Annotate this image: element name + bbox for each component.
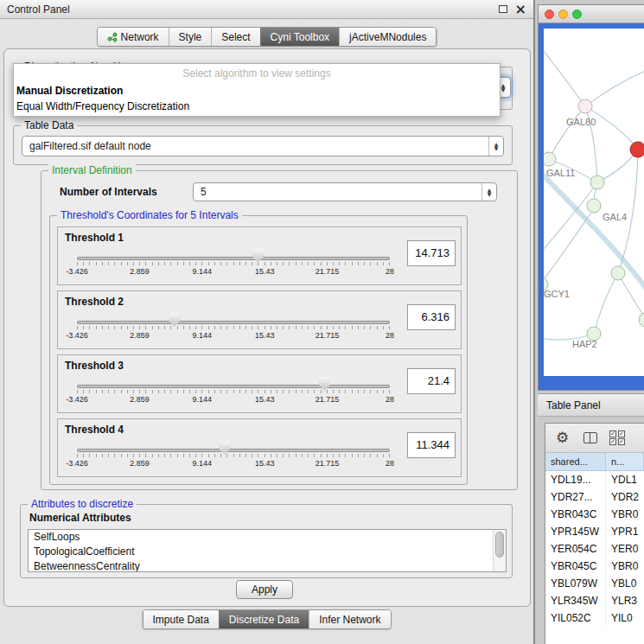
table-row[interactable]: YLR345WYLR3 (545, 592, 644, 609)
tab-style[interactable]: Style (169, 28, 212, 46)
control-panel-window: Control Panel × Network Style Select Cyn… (0, 0, 535, 644)
tab-jactivemodules[interactable]: jActiveMNodules (339, 28, 436, 46)
slider-minor-ticks (77, 262, 390, 265)
tab-network[interactable]: Network (98, 28, 169, 46)
table-cell: YPR1 (606, 523, 644, 540)
network-canvas[interactable]: GAL80 GAL11 GAL4 GCY1 HAP2 (544, 29, 644, 376)
gear-icon[interactable]: ⚙ (556, 429, 569, 446)
list-scrollbar[interactable] (493, 530, 506, 571)
table-cell: YER0 (606, 540, 644, 558)
node-label: GCY1 (544, 289, 570, 299)
threshold-value-field[interactable]: 11.344 (407, 432, 456, 458)
table-row[interactable]: YDL19...YDL1 (545, 471, 644, 488)
threshold-value-field[interactable]: 21.4 (407, 368, 456, 394)
table-cell: YLR3 (606, 592, 644, 609)
threshold-label: Threshold 2 (65, 296, 124, 308)
threshold-slider[interactable] (77, 316, 390, 331)
node-selected-red[interactable] (630, 142, 644, 157)
slider-scale-label: -3.426 (66, 331, 88, 340)
slider-thumb[interactable] (169, 313, 180, 327)
slider-track (77, 321, 390, 324)
tab-cyni-toolbox[interactable]: Cyni Toolbox (260, 28, 339, 46)
network-icon (107, 32, 118, 42)
node[interactable] (611, 266, 625, 280)
table-row[interactable]: YBR043CYBR0 (545, 506, 644, 523)
tab-impute-data[interactable]: Impute Data (143, 610, 218, 628)
threshold-slider[interactable] (77, 379, 390, 395)
table-row[interactable]: YBR045CYBR0 (545, 558, 644, 575)
dropdown-option-equal-width-frequency[interactable]: Equal Width/Frequency Discretization (14, 99, 500, 114)
zoom-traffic-light-icon[interactable] (572, 10, 582, 19)
slider-scale-label: 28 (386, 331, 394, 340)
threshold-slider[interactable] (77, 252, 390, 267)
column-header-name[interactable]: n... (606, 453, 644, 470)
slider-scale-label: 2.859 (130, 331, 150, 340)
tab-label: Style (179, 31, 202, 43)
slider-scale-label: 2.859 (130, 459, 150, 468)
slider-thumb[interactable] (319, 377, 330, 391)
cyni-toolbox-panel: Discretization Algorithm Select algorith… (3, 48, 531, 607)
table-data-select[interactable]: galFiltered.sif default node ▲▼ (22, 136, 504, 156)
slider-thumb[interactable] (252, 249, 264, 263)
slider-scale: -3.4262.8599.14415.4321.71528 (77, 395, 390, 405)
node-gal80[interactable] (578, 99, 592, 113)
tab-label: Impute Data (152, 614, 208, 626)
slider-scale-label: 15.43 (255, 267, 275, 276)
tab-infer-network[interactable]: Infer Network (309, 610, 390, 628)
select-columns-icon[interactable]: ✓ ✓ ✓ ✓ (609, 430, 626, 445)
threshold-value-field[interactable]: 6.316 (407, 304, 456, 330)
combo-value: 5 (194, 183, 481, 201)
tab-label: Infer Network (319, 614, 380, 626)
table-row[interactable]: YER054CYER0 (545, 540, 644, 558)
checkbox-icon: ✓ (609, 438, 616, 445)
dropdown-option-manual-discretization[interactable]: Manual Discretization (14, 83, 500, 99)
slider-scale-label: 15.43 (255, 331, 275, 340)
window-title: Control Panel (7, 3, 70, 16)
slider-track (77, 385, 390, 388)
attribute-list-item[interactable]: SelfLoops (29, 530, 506, 545)
close-icon[interactable]: × (515, 1, 526, 17)
threshold-slider[interactable] (77, 443, 390, 459)
minimize-traffic-light-icon[interactable] (558, 10, 568, 19)
checkbox-icon: ✓ (618, 430, 625, 437)
threshold-label: Threshold 3 (65, 360, 124, 372)
node[interactable] (590, 175, 604, 189)
table-row[interactable]: YBL079WYBL0 (545, 575, 644, 592)
column-header-shared-name[interactable]: shared... (545, 453, 606, 470)
slider-thumb[interactable] (219, 441, 230, 455)
table-row[interactable]: YIL052CYIL0 (545, 609, 644, 627)
node[interactable] (639, 313, 644, 327)
tab-select[interactable]: Select (211, 28, 259, 46)
slider-minor-ticks (77, 390, 390, 393)
number-of-intervals-select[interactable]: 5 ▲▼ (193, 182, 497, 201)
float-window-icon[interactable] (499, 5, 507, 13)
table-row[interactable]: YDR27...YDR2 (545, 488, 644, 506)
attribute-list-item[interactable]: BetweennessCentrality (29, 559, 506, 572)
combo-stepper-icon[interactable]: ▲▼ (481, 183, 496, 201)
node-gal11[interactable] (544, 152, 556, 166)
slider-minor-ticks (77, 454, 390, 457)
table-cell: YBR0 (606, 506, 644, 523)
node-gal4[interactable] (587, 199, 601, 213)
control-panel-titlebar: Control Panel × (0, 0, 533, 19)
close-traffic-light-icon[interactable] (545, 10, 554, 19)
network-view-frame: GAL80 GAL11 GAL4 GCY1 HAP2 (539, 23, 644, 390)
attributes-group: Attributes to discretize Numerical Attri… (20, 504, 513, 578)
tab-discretize-data[interactable]: Discretize Data (219, 610, 309, 628)
slider-minor-ticks (77, 326, 390, 329)
apply-button[interactable]: Apply (236, 580, 293, 599)
network-view-window: GAL80 GAL11 GAL4 GCY1 HAP2 (538, 4, 644, 391)
table-cell: YDL1 (606, 471, 644, 488)
threshold-value-field[interactable]: 14.713 (407, 240, 456, 266)
columns-icon[interactable] (583, 432, 597, 443)
combo-stepper-icon[interactable]: ▲▼ (488, 137, 503, 156)
slider-track (77, 257, 390, 260)
slider-scale-label: 9.144 (193, 395, 213, 404)
combo-value: galFiltered.sif default node (22, 137, 488, 156)
attribute-list-item[interactable]: TopologicalCoefficient (29, 545, 506, 559)
scrollbar-thumb[interactable] (495, 532, 504, 558)
table-row[interactable]: YPR145WYPR1 (545, 523, 644, 540)
numerical-attributes-list[interactable]: SelfLoopsTopologicalCoefficientBetweenne… (28, 529, 507, 572)
table-cell: YBL0 (606, 575, 644, 592)
checkbox-icon: ✓ (609, 430, 616, 437)
